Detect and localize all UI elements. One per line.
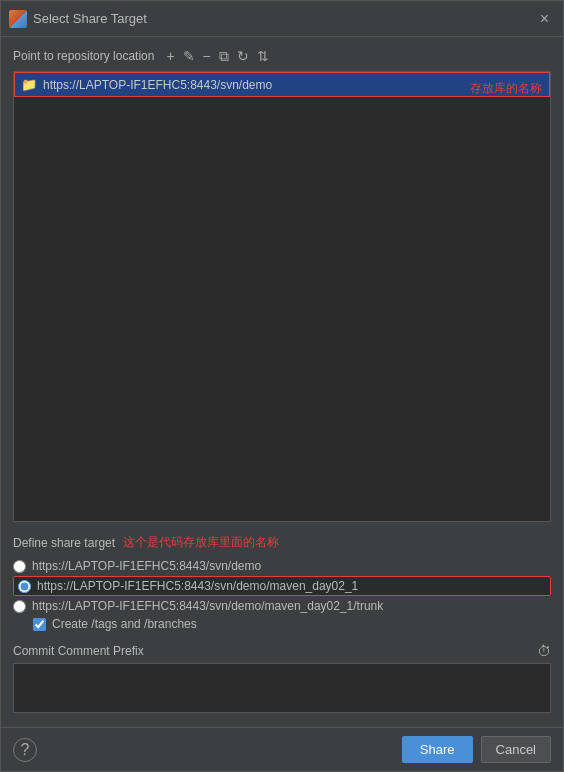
copy-repo-button[interactable]: ⧉ — [215, 47, 233, 65]
share-button[interactable]: Share — [402, 736, 473, 763]
dialog-icon — [9, 10, 27, 28]
radio-label-1: https://LAPTOP-IF1EFHC5:8443/svn/demo — [32, 559, 261, 573]
repo-annotation: 存放库的名称 — [470, 80, 542, 97]
repo-section-label: Point to repository location — [13, 49, 154, 63]
dialog-content: Point to repository location + ✎ − ⧉ ↻ ⇅… — [1, 37, 563, 727]
title-bar: Select Share Target × — [1, 1, 563, 37]
help-button[interactable]: ? — [13, 738, 37, 762]
settings-repo-button[interactable]: ⇅ — [253, 47, 273, 65]
define-label: Define share target — [13, 536, 115, 550]
define-header-row: Define share target 这个是代码存放库里面的名称 — [13, 534, 551, 551]
radio-input-3[interactable] — [13, 600, 26, 613]
radio-option-3[interactable]: https://LAPTOP-IF1EFHC5:8443/svn/demo/ma… — [13, 597, 551, 615]
refresh-repo-button[interactable]: ↻ — [233, 47, 253, 65]
define-annotation: 这个是代码存放库里面的名称 — [123, 534, 279, 551]
add-repo-button[interactable]: + — [162, 47, 178, 65]
commit-section: Commit Comment Prefix ⏱ — [13, 643, 551, 717]
footer-buttons: Share Cancel — [402, 736, 551, 763]
repo-list[interactable]: 📁 https://LAPTOP-IF1EFHC5:8443/svn/demo … — [13, 71, 551, 522]
commit-input[interactable] — [13, 663, 551, 713]
radio-label-2: https://LAPTOP-IF1EFHC5:8443/svn/demo/ma… — [37, 579, 358, 593]
repo-section-header: Point to repository location + ✎ − ⧉ ↻ ⇅ — [13, 47, 551, 65]
select-share-target-dialog: Select Share Target × Point to repositor… — [0, 0, 564, 772]
commit-label: Commit Comment Prefix — [13, 644, 144, 658]
radio-input-1[interactable] — [13, 560, 26, 573]
radio-label-3: https://LAPTOP-IF1EFHC5:8443/svn/demo/ma… — [32, 599, 383, 613]
tags-branches-checkbox[interactable] — [33, 618, 46, 631]
close-button[interactable]: × — [534, 9, 555, 29]
remove-repo-button[interactable]: − — [199, 47, 215, 65]
dialog-footer: ? Share Cancel — [1, 727, 563, 771]
radio-input-2[interactable] — [18, 580, 31, 593]
radio-option-2[interactable]: https://LAPTOP-IF1EFHC5:8443/svn/demo/ma… — [13, 576, 551, 596]
edit-repo-button[interactable]: ✎ — [179, 47, 199, 65]
define-section: Define share target 这个是代码存放库里面的名称 https:… — [13, 534, 551, 633]
cancel-button[interactable]: Cancel — [481, 736, 551, 763]
clock-icon[interactable]: ⏱ — [537, 643, 551, 659]
dialog-title: Select Share Target — [33, 11, 534, 26]
checkbox-row[interactable]: Create /tags and /branches — [13, 615, 551, 633]
repo-url: https://LAPTOP-IF1EFHC5:8443/svn/demo — [43, 78, 272, 92]
checkbox-label: Create /tags and /branches — [52, 617, 197, 631]
radio-option-1[interactable]: https://LAPTOP-IF1EFHC5:8443/svn/demo — [13, 557, 551, 575]
folder-icon: 📁 — [21, 77, 37, 92]
commit-label-row: Commit Comment Prefix ⏱ — [13, 643, 551, 659]
